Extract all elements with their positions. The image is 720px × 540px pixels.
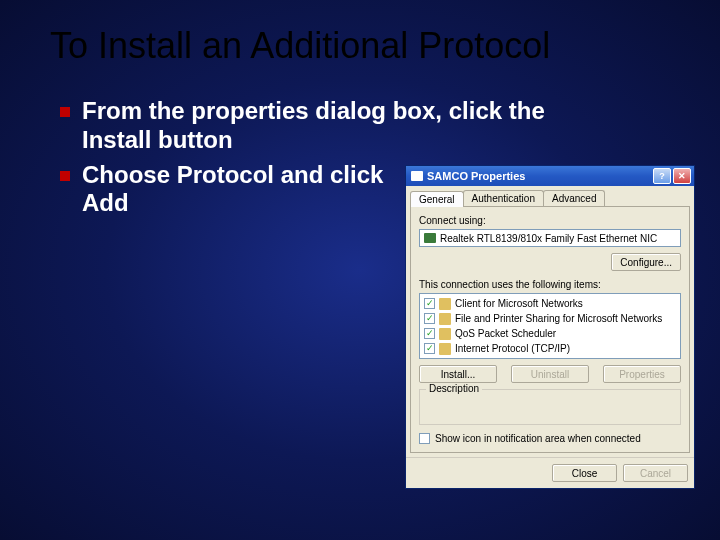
bullet-text: From the properties dialog box, click th… (82, 97, 620, 155)
tab-advanced[interactable]: Advanced (543, 190, 605, 206)
list-item[interactable]: ✓ QoS Packet Scheduler (422, 326, 678, 341)
checkbox-icon[interactable] (419, 433, 430, 444)
bullet-text: Choose Protocol and click Add (82, 161, 400, 219)
checkbox-icon[interactable]: ✓ (424, 298, 435, 309)
bullet-item: From the properties dialog box, click th… (60, 97, 620, 155)
service-icon (439, 328, 451, 340)
service-icon (439, 313, 451, 325)
checkbox-icon[interactable]: ✓ (424, 343, 435, 354)
item-label: Internet Protocol (TCP/IP) (455, 343, 570, 354)
list-item[interactable]: ✓ Internet Protocol (TCP/IP) (422, 341, 678, 356)
properties-dialog: SAMCO Properties ? ✕ General Authenticat… (405, 165, 695, 489)
checkbox-icon[interactable]: ✓ (424, 328, 435, 339)
item-label: QoS Packet Scheduler (455, 328, 556, 339)
item-label: File and Printer Sharing for Microsoft N… (455, 313, 662, 324)
bullet-marker-icon (60, 171, 70, 181)
help-button[interactable]: ? (653, 168, 671, 184)
connect-using-label: Connect using: (419, 215, 681, 226)
description-label: Description (426, 383, 482, 394)
window-title: SAMCO Properties (427, 170, 651, 182)
checkbox-icon[interactable]: ✓ (424, 313, 435, 324)
slide-title: To Install an Additional Protocol (0, 0, 720, 77)
adapter-field: Realtek RTL8139/810x Family Fast Etherne… (419, 229, 681, 247)
show-icon-row[interactable]: Show icon in notification area when conn… (419, 433, 681, 444)
tab-general[interactable]: General (410, 191, 464, 207)
install-button[interactable]: Install... (419, 365, 497, 383)
bullet-item: Choose Protocol and click Add (60, 161, 400, 219)
nic-icon (424, 233, 436, 243)
close-button[interactable]: ✕ (673, 168, 691, 184)
tab-authentication[interactable]: Authentication (463, 190, 544, 206)
cancel-footer-button[interactable]: Cancel (623, 464, 688, 482)
titlebar: SAMCO Properties ? ✕ (406, 166, 694, 186)
tab-strip: General Authentication Advanced (406, 186, 694, 206)
item-label: Client for Microsoft Networks (455, 298, 583, 309)
list-item[interactable]: ✓ File and Printer Sharing for Microsoft… (422, 311, 678, 326)
items-label: This connection uses the following items… (419, 279, 681, 290)
protocol-icon (439, 343, 451, 355)
bullet-marker-icon (60, 107, 70, 117)
configure-button[interactable]: Configure... (611, 253, 681, 271)
close-footer-button[interactable]: Close (552, 464, 617, 482)
item-buttons: Install... Uninstall Properties (419, 365, 681, 383)
description-group: Description (419, 389, 681, 425)
adapter-name: Realtek RTL8139/810x Family Fast Etherne… (440, 233, 657, 244)
uninstall-button[interactable]: Uninstall (511, 365, 589, 383)
dialog-footer: Close Cancel (406, 457, 694, 488)
items-listbox[interactable]: ✓ Client for Microsoft Networks ✓ File a… (419, 293, 681, 359)
list-item[interactable]: ✓ Client for Microsoft Networks (422, 296, 678, 311)
properties-button[interactable]: Properties (603, 365, 681, 383)
window-icon (411, 171, 423, 181)
show-icon-label: Show icon in notification area when conn… (435, 433, 641, 444)
tab-panel-general: Connect using: Realtek RTL8139/810x Fami… (410, 206, 690, 453)
client-icon (439, 298, 451, 310)
